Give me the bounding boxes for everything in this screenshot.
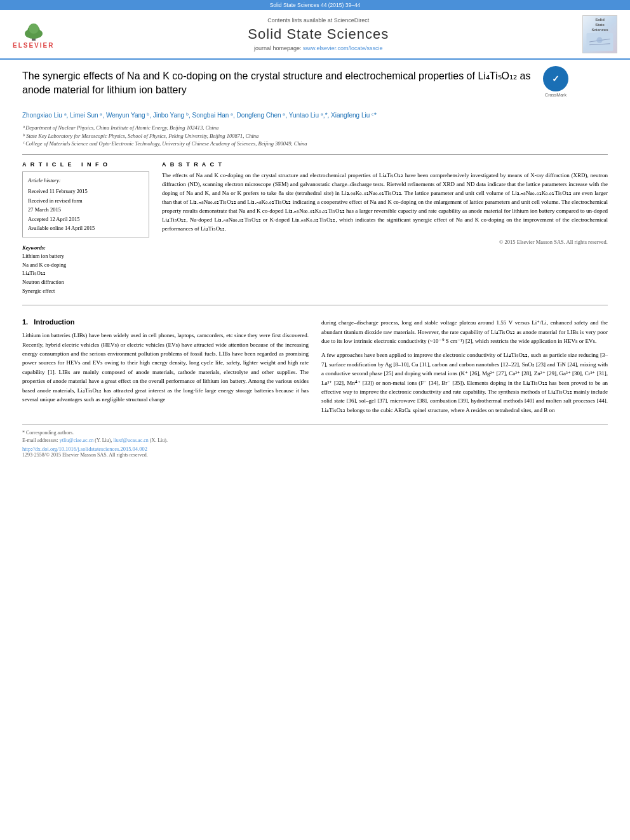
email-1[interactable]: ytliu@ciae.ac.cn (60, 437, 94, 443)
svg-text:✓: ✓ (552, 74, 560, 84)
keywords-label: Keywords: (22, 244, 46, 251)
thumb-line2: State (595, 23, 605, 27)
copyright: © 2015 Elsevier Masson SAS. All rights r… (162, 239, 608, 245)
abstract-text: The effects of Na and K co-doping on the… (162, 171, 608, 234)
intro-para-3: A few approaches have been applied to im… (321, 350, 608, 415)
elsevier-logo: ELSEVIER (13, 20, 54, 49)
article-title: The synergic effects of Na and K co-dopi… (22, 69, 543, 98)
doi-link[interactable]: http://dx.doi.org/10.1016/j.solidstatesc… (22, 446, 147, 452)
authors: Zhongxiao Liu ᵃ, Limei Sun ᵃ, Wenyun Yan… (22, 110, 608, 121)
journal-citation: Solid State Sciences 44 (2015) 39–44 (270, 2, 361, 8)
article-body-top: A R T I C L E I N F O Article history: R… (22, 161, 608, 295)
homepage-line: journal homepage: www.elsevier.com/locat… (54, 45, 582, 51)
footer: * Corresponding authors. E-mail addresse… (22, 424, 608, 458)
keyword-1: Lithium ion battery (22, 253, 64, 259)
affil-1: ᵃ Department of Nuclear Physics, China I… (22, 124, 608, 132)
doi-line: http://dx.doi.org/10.1016/j.solidstatesc… (22, 445, 608, 452)
section-number: 1. (22, 318, 28, 326)
thumb-image (586, 33, 614, 51)
issn-line: 1293-2558/© 2015 Elsevier Masson SAS. Al… (22, 452, 608, 458)
elsevier-text: ELSEVIER (13, 42, 54, 49)
body-right: during charge–discharge process, long an… (321, 318, 608, 415)
keyword-3: Li₄Ti₅O₁₂ (22, 270, 46, 276)
top-bar: Solid State Sciences 44 (2015) 39–44 (0, 0, 630, 10)
article-info-box: Article history: Received 11 February 20… (22, 171, 149, 237)
section-title-text: Introduction (34, 318, 74, 326)
two-col-body: 1. Introduction Lithium ion batteries (L… (22, 318, 608, 415)
footnote-star: * Corresponding authors. (22, 430, 608, 436)
keyword-4: Neutron diffraction (22, 279, 64, 285)
journal-header-center: Contents lists available at ScienceDirec… (54, 17, 582, 51)
elsevier-tree-icon (18, 20, 50, 42)
revised-date: 27 March 2015 (28, 205, 144, 214)
email-2[interactable]: liuxf@ucas.ac.cn (113, 437, 148, 443)
journal-title-main: Solid State Sciences (54, 26, 582, 43)
accepted-date: Accepted 12 April 2015 (28, 215, 144, 223)
divider-1 (22, 154, 608, 155)
affil-3: ᶜ College of Materials Science and Opto-… (22, 140, 608, 148)
affiliations: ᵃ Department of Nuclear Physics, China I… (22, 124, 608, 148)
abstract-label: A B S T R A C T (162, 161, 608, 168)
section-heading: 1. Introduction (22, 318, 309, 326)
article-info-label: A R T I C L E I N F O (22, 161, 149, 168)
keyword-5: Synergic effect (22, 288, 55, 294)
crossmark: ✓ CrossMark (543, 66, 568, 97)
crossmark-icon: ✓ (543, 66, 568, 91)
received-date: Received 11 February 2015 (28, 187, 144, 196)
introduction-section: 1. Introduction Lithium ion batteries (L… (22, 318, 608, 415)
thumb-line3: Sciences (591, 28, 608, 32)
divider-2 (22, 305, 608, 305)
thumb-line1: Solid (595, 18, 605, 22)
affil-2: ᵇ State Key Laboratory for Mesoscopic Ph… (22, 132, 608, 140)
journal-thumbnail: Solid State Sciences (582, 15, 617, 53)
intro-para-2: during charge–discharge process, long an… (321, 318, 608, 345)
main-content: The synergic effects of Na and K co-dopi… (0, 60, 630, 467)
left-column: A R T I C L E I N F O Article history: R… (22, 161, 149, 295)
article-history-heading: Article history: (28, 176, 144, 185)
body-left: 1. Introduction Lithium ion batteries (L… (22, 318, 309, 415)
intro-para-1: Lithium ion batteries (LIBs) have been w… (22, 331, 309, 404)
contents-available: Contents lists available at ScienceDirec… (54, 17, 582, 23)
keyword-2: Na and K co-doping (22, 262, 66, 268)
svg-point-7 (596, 37, 602, 43)
received-revised-label: Received in revised form (28, 196, 144, 205)
available-online: Available online 14 April 2015 (28, 223, 144, 232)
homepage-link[interactable]: www.elsevier.com/locate/ssscie (303, 45, 383, 51)
email-line: E-mail addresses: ytliu@ciae.ac.cn (Y. L… (22, 437, 608, 443)
keywords-section: Keywords: Lithium ion battery Na and K c… (22, 244, 149, 296)
svg-point-3 (29, 23, 39, 34)
journal-header: ELSEVIER Contents lists available at Sci… (0, 10, 630, 60)
abstract-column: A B S T R A C T The effects of Na and K … (162, 161, 608, 295)
